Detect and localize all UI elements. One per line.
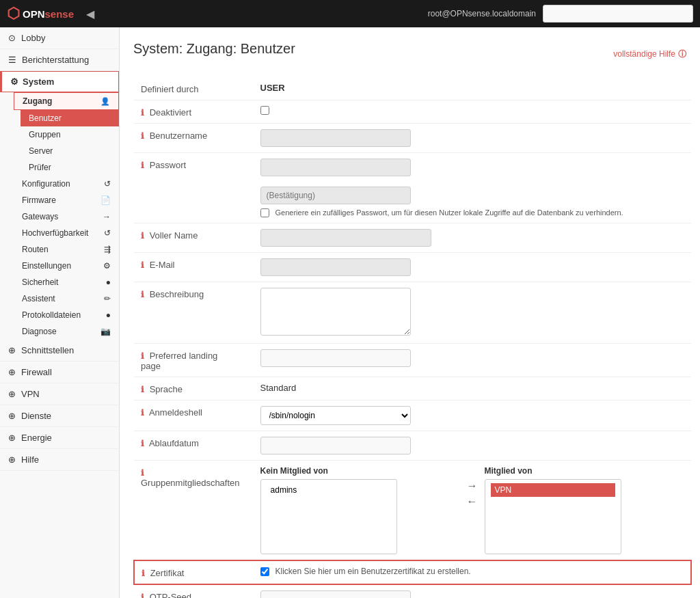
sidebar-item-label: Dienste	[21, 411, 51, 421]
beschreibung-info-icon: ℹ	[141, 290, 144, 299]
sidebar: ⊙ Lobby ☰ Berichterstattung ⚙ System Zug…	[0, 27, 120, 598]
sidebar-item-einstellungen[interactable]: Einstellungen ⚙	[14, 258, 119, 274]
sidebar-item-hilfe[interactable]: ⊕ Hilfe	[0, 449, 119, 471]
sidebar-item-protokolldateien[interactable]: Protokolldateien ●	[14, 307, 119, 323]
sidebar-item-server[interactable]: Server	[21, 143, 119, 159]
move-left-button[interactable]: ←	[467, 495, 478, 508]
group-box-right: Mitglied von VPN	[485, 466, 684, 554]
navbar-right: root@OPNsense.localdomain	[428, 5, 693, 23]
vpn-icon: ⊕	[8, 389, 16, 399]
benutzername-input[interactable]	[260, 129, 411, 147]
sidebar-item-label: Energie	[21, 433, 52, 443]
sidebar-item-label: Konfiguration	[22, 179, 70, 189]
sidebar-item-assistent[interactable]: Assistent ✏	[14, 290, 119, 307]
deaktiviert-checkbox[interactable]	[260, 106, 269, 115]
zertifikat-info-icon: ℹ	[142, 569, 145, 578]
berichterstattung-icon: ☰	[8, 55, 16, 65]
firmware-icon: 📄	[100, 195, 111, 205]
sidebar-item-pruefer[interactable]: Prüfer	[21, 159, 119, 176]
sidebar-item-konfiguration[interactable]: Konfiguration ↺	[14, 176, 119, 192]
definiert-durch-label: Definiert durch	[134, 77, 247, 100]
group-list-left[interactable]: admins	[260, 479, 397, 554]
benutzername-row: ℹ Benutzername	[134, 124, 691, 153]
protokolldateien-icon: ●	[106, 310, 111, 320]
sidebar-item-sicherheit[interactable]: Sicherheit ●	[14, 274, 119, 290]
sidebar-item-label: Assistent	[22, 294, 55, 303]
sidebar-item-gateways[interactable]: Gateways →	[14, 208, 119, 225]
system-submenu: Zugang 👤 Benutzer Gruppen Server Prüfer	[0, 92, 119, 340]
dienste-icon: ⊕	[8, 411, 16, 421]
page-title: System: Zugang: Benutzer	[133, 41, 295, 57]
random-password-checkbox[interactable]	[260, 208, 269, 217]
zertifikat-checkbox-label: Klicken Sie hier um ein Benutzerzertifik…	[275, 567, 471, 576]
deaktiviert-row: ℹ Deaktiviert	[134, 100, 691, 124]
navbar: ⬡ OPNsense ◀ root@OPNsense.localdomain	[0, 0, 700, 27]
sidebar-item-gruppen[interactable]: Gruppen	[21, 126, 119, 143]
sidebar-item-firewall[interactable]: ⊕ Firewall	[0, 362, 119, 383]
passwort-confirm-input[interactable]	[260, 187, 411, 204]
sidebar-item-label: System	[23, 77, 54, 87]
sidebar-item-energie[interactable]: ⊕ Energie	[0, 427, 119, 449]
logo: ⬡ OPNsense	[7, 5, 74, 23]
anmeldeshell-select[interactable]: /sbin/nologin /bin/sh /bin/csh	[260, 406, 411, 425]
sidebar-item-lobby[interactable]: ⊙ Lobby	[0, 27, 119, 49]
help-link-text: vollständige Hilfe	[613, 49, 675, 59]
group-arrows: → ←	[467, 466, 478, 508]
sidebar-item-zugang[interactable]: Zugang 👤	[14, 92, 119, 110]
beschreibung-label: ℹ Beschreibung	[134, 282, 247, 344]
preferred-landing-input[interactable]	[260, 349, 411, 367]
sidebar-item-label: Berichterstattung	[22, 55, 89, 65]
move-right-button[interactable]: →	[467, 480, 478, 492]
einstellungen-icon: ⚙	[103, 261, 111, 271]
voller-name-input[interactable]	[260, 229, 431, 247]
sidebar-item-vpn[interactable]: ⊕ VPN	[0, 383, 119, 405]
search-input[interactable]	[543, 5, 693, 23]
sidebar-item-label: Protokolldateien	[22, 310, 81, 320]
email-info-icon: ℹ	[141, 260, 144, 270]
group-option-admins: admins	[267, 483, 391, 497]
sidebar-item-label: Hochverfügbarkeit	[22, 228, 88, 238]
email-row: ℹ E-Mail	[134, 253, 691, 282]
sidebar-item-label: VPN	[21, 389, 40, 399]
benutzername-label: ℹ Benutzername	[134, 124, 247, 153]
group-list-right[interactable]: VPN	[485, 479, 621, 554]
hilfe-icon: ⊕	[8, 454, 16, 465]
anmeldeshell-info-icon: ℹ	[141, 408, 144, 418]
lobby-icon: ⊙	[8, 33, 16, 43]
beschreibung-row: ℹ Beschreibung	[134, 282, 691, 344]
passwort-input[interactable]	[260, 159, 411, 176]
sidebar-item-routen[interactable]: Routen ⇶	[14, 241, 119, 258]
routen-icon: ⇶	[104, 245, 111, 254]
sidebar-item-system[interactable]: ⚙ System	[0, 71, 119, 92]
sidebar-item-firmware[interactable]: Firmware 📄	[14, 192, 119, 208]
sidebar-item-label: Gateways	[22, 212, 58, 221]
gruppenmitgliedschaften-row: ℹ Gruppenmitgliedschaften Kein Mitglied …	[134, 461, 691, 561]
kein-mitglied-von-title: Kein Mitglied von	[260, 466, 460, 476]
sidebar-item-hochverfuegbarkeit[interactable]: Hochverfügbarkeit ↺	[14, 225, 119, 241]
beschreibung-textarea[interactable]	[260, 288, 411, 336]
voller-name-label: ℹ Voller Name	[134, 223, 247, 253]
ablaufdatum-row: ℹ Ablaufdatum	[134, 431, 691, 461]
group-box-left: Kein Mitglied von admins	[260, 466, 460, 554]
sidebar-item-benutzer[interactable]: Benutzer	[21, 110, 119, 126]
definiert-durch-value: USER	[260, 83, 285, 93]
otp-seed-input[interactable]	[260, 590, 411, 598]
sidebar-item-label: Firewall	[21, 367, 52, 377]
navbar-user: root@OPNsense.localdomain	[428, 9, 536, 18]
zertifikat-checkbox[interactable]	[260, 567, 269, 576]
help-link[interactable]: vollständige Hilfe ⓘ	[613, 49, 686, 60]
sidebar-item-label: Lobby	[21, 33, 45, 43]
sidebar-item-dienste[interactable]: ⊕ Dienste	[0, 405, 119, 427]
main-content: System: Zugang: Benutzer vollständige Hi…	[120, 27, 700, 598]
sidebar-item-label: Sicherheit	[22, 277, 58, 287]
ablaufdatum-input[interactable]	[260, 437, 411, 454]
sidebar-item-schnittstellen[interactable]: ⊕ Schnittstellen	[0, 340, 119, 362]
schnittstellen-icon: ⊕	[8, 345, 16, 355]
group-section: Kein Mitglied von admins → ← Mitglied vo…	[260, 466, 684, 554]
sidebar-item-berichterstattung[interactable]: ☰ Berichterstattung	[0, 49, 119, 71]
zugang-icon: 👤	[100, 97, 110, 106]
email-input[interactable]	[260, 258, 411, 276]
sidebar-toggle[interactable]: ◀	[86, 8, 94, 21]
otp-seed-info-icon: ℹ	[141, 593, 144, 598]
sidebar-item-diagnose[interactable]: Diagnose 📷	[14, 323, 119, 340]
